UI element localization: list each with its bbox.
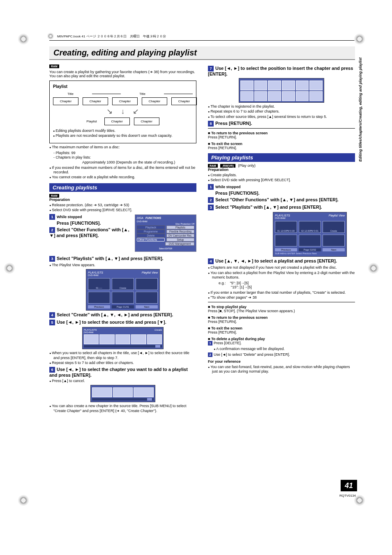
diagram-title: Playlist (53, 84, 193, 89)
creating-playlists-heading: Creating playlists (49, 183, 196, 192)
page-code: RQTV0134 (339, 494, 356, 497)
functions-screenshot: DIGA FUNCTIONS DVD-RAM Disc Protection O… (135, 214, 196, 252)
book-header: M6VPAPC.book 41 ページ ２００６年２月６日 月曜日 午後３時２０… (47, 33, 355, 39)
playlist-view-screenshot: PLAYLISTSPlaylist View DVD-RAM 01 ---- C… (86, 269, 160, 311)
ram-badge: RAM (49, 64, 59, 68)
diagram-note: Editing playlists doesn't modify titles. (53, 129, 193, 133)
reference-heading: For your reference (208, 359, 355, 364)
intro-text: You can create a playlist by gathering y… (49, 70, 196, 78)
crop-circle-mr (368, 263, 380, 274)
create-strip-screenshot: PLAYLISTSCreate DVD-RAM (82, 327, 164, 349)
header-rule (49, 40, 355, 41)
preparation-label: Preparation (49, 198, 196, 202)
ram-badge-2: RAM (49, 194, 59, 198)
page-number: 41 (341, 480, 357, 491)
stop-playlist-heading: To stop playlist play (208, 305, 355, 309)
chapter-strip-screenshot (90, 385, 155, 402)
insert-position-screenshot (239, 78, 324, 103)
book-line-text: M6VPAPC.book 41 ページ ２００６年２月６日 月曜日 午後３時２０… (57, 34, 166, 39)
crop-circle-ml (4, 263, 16, 274)
page-title: Creating, editing and playing playlist (49, 46, 355, 60)
crop-circle-tl (18, 34, 30, 45)
diagram-note: Playlists are not recorded separately so… (53, 134, 193, 138)
max-items-note: The maximum number of items on a disc: (49, 145, 196, 150)
playlist-view-screenshot-2: PLAYLISTSPlaylist View DVD-RAM 01 12:03P… (273, 212, 347, 257)
crop-circle-bl (18, 495, 30, 507)
crop-circle-br (354, 495, 366, 507)
playlist-diagram: Playlist Title Title Chapter Chapter Cha… (49, 81, 196, 143)
return-previous-heading: To return to the previous screen (208, 131, 355, 135)
side-chapter-label: Editing titles/chapters/Creating, editin… (358, 58, 362, 162)
exit-screen-heading: To exit the screen (208, 142, 355, 146)
crop-circle-tr (354, 34, 366, 45)
playing-playlists-heading: Playing playlists (208, 153, 355, 162)
delete-playlist-heading: To delete a playlist during play (208, 337, 355, 341)
